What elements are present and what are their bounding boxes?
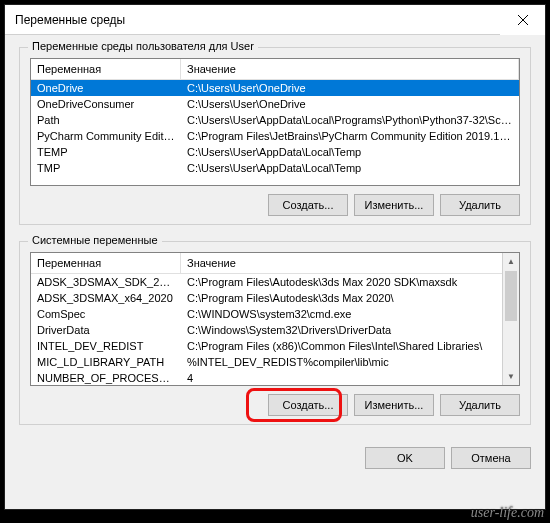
col-value[interactable]: Значение <box>181 59 519 79</box>
var-value: 4 <box>181 370 519 386</box>
close-icon <box>518 15 528 25</box>
user-buttons: Создать... Изменить... Удалить <box>30 194 520 216</box>
table-row[interactable]: DriverDataC:\Windows\System32\Drivers\Dr… <box>31 322 519 338</box>
scroll-up-icon[interactable]: ▲ <box>503 253 519 270</box>
table-row[interactable]: NUMBER_OF_PROCESSORS4 <box>31 370 519 386</box>
var-value: C:\Program Files\Autodesk\3ds Max 2020 S… <box>181 274 519 290</box>
var-value: C:\Users\User\OneDrive <box>181 80 519 96</box>
var-name: TEMP <box>31 144 181 160</box>
var-name: NUMBER_OF_PROCESSORS <box>31 370 181 386</box>
var-value: C:\Users\User\OneDrive <box>181 96 519 112</box>
var-name: ADSK_3DSMAX_SDK_2020 <box>31 274 181 290</box>
table-row[interactable]: ADSK_3DSMAX_x64_2020C:\Program Files\Aut… <box>31 290 519 306</box>
system-group-label: Системные переменные <box>28 234 162 246</box>
table-row[interactable]: PyCharm Community EditionC:\Program File… <box>31 128 519 144</box>
table-row[interactable]: ComSpecC:\WINDOWS\system32\cmd.exe <box>31 306 519 322</box>
system-delete-button[interactable]: Удалить <box>440 394 520 416</box>
col-variable[interactable]: Переменная <box>31 59 181 79</box>
var-name: INTEL_DEV_REDIST <box>31 338 181 354</box>
table-row[interactable]: ADSK_3DSMAX_SDK_2020C:\Program Files\Aut… <box>31 274 519 290</box>
cancel-button[interactable]: Отмена <box>451 447 531 469</box>
var-name: ADSK_3DSMAX_x64_2020 <box>31 290 181 306</box>
user-vars-list[interactable]: Переменная Значение OneDriveC:\Users\Use… <box>30 58 520 186</box>
system-vars-list[interactable]: Переменная Значение ADSK_3DSMAX_SDK_2020… <box>30 252 520 386</box>
client-area: Переменные среды пользователя для User П… <box>5 35 545 509</box>
system-buttons: Создать... Изменить... Удалить <box>30 394 520 416</box>
user-edit-button[interactable]: Изменить... <box>354 194 434 216</box>
table-row[interactable]: TMPC:\Users\User\AppData\Local\Temp <box>31 160 519 176</box>
table-row[interactable]: OneDriveConsumerC:\Users\User\OneDrive <box>31 96 519 112</box>
var-value: %INTEL_DEV_REDIST%compiler\lib\mic <box>181 354 519 370</box>
table-row[interactable]: TEMPC:\Users\User\AppData\Local\Temp <box>31 144 519 160</box>
list-header: Переменная Значение <box>31 59 519 80</box>
titlebar: Переменные среды <box>5 5 545 35</box>
user-vars-group: Переменные среды пользователя для User П… <box>19 47 531 225</box>
var-value: C:\Users\User\AppData\Local\Programs\Pyt… <box>181 112 519 128</box>
col-value[interactable]: Значение <box>181 253 519 273</box>
system-vars-group: Системные переменные Переменная Значение… <box>19 241 531 425</box>
table-row[interactable]: OneDriveC:\Users\User\OneDrive <box>31 80 519 96</box>
list-header: Переменная Значение <box>31 253 519 274</box>
var-name: OneDrive <box>31 80 181 96</box>
var-value: C:\Program Files (x86)\Common Files\Inte… <box>181 338 519 354</box>
var-name: TMP <box>31 160 181 176</box>
table-row[interactable]: MIC_LD_LIBRARY_PATH%INTEL_DEV_REDIST%com… <box>31 354 519 370</box>
user-group-label: Переменные среды пользователя для User <box>28 40 258 52</box>
user-delete-button[interactable]: Удалить <box>440 194 520 216</box>
var-name: ComSpec <box>31 306 181 322</box>
dialog-footer: OK Отмена <box>19 441 531 469</box>
watermark: user-life.com <box>471 505 544 521</box>
var-value: C:\Windows\System32\Drivers\DriverData <box>181 322 519 338</box>
close-button[interactable] <box>500 5 545 35</box>
dialog-window: Переменные среды Переменные среды пользо… <box>4 4 546 510</box>
var-value: C:\Users\User\AppData\Local\Temp <box>181 160 519 176</box>
table-row[interactable]: INTEL_DEV_REDISTC:\Program Files (x86)\C… <box>31 338 519 354</box>
var-value: C:\WINDOWS\system32\cmd.exe <box>181 306 519 322</box>
var-name: Path <box>31 112 181 128</box>
scrollbar[interactable]: ▲ ▼ <box>502 253 519 385</box>
scroll-down-icon[interactable]: ▼ <box>503 368 519 385</box>
user-new-button[interactable]: Создать... <box>268 194 348 216</box>
var-name: PyCharm Community Edition <box>31 128 181 144</box>
var-name: DriverData <box>31 322 181 338</box>
table-row[interactable]: PathC:\Users\User\AppData\Local\Programs… <box>31 112 519 128</box>
system-edit-button[interactable]: Изменить... <box>354 394 434 416</box>
scroll-thumb[interactable] <box>505 271 517 321</box>
var-value: C:\Users\User\AppData\Local\Temp <box>181 144 519 160</box>
window-title: Переменные среды <box>15 13 125 27</box>
ok-button[interactable]: OK <box>365 447 445 469</box>
var-value: C:\Program Files\Autodesk\3ds Max 2020\ <box>181 290 519 306</box>
var-value: C:\Program Files\JetBrains\PyCharm Commu… <box>181 128 519 144</box>
system-new-button[interactable]: Создать... <box>268 394 348 416</box>
col-variable[interactable]: Переменная <box>31 253 181 273</box>
var-name: MIC_LD_LIBRARY_PATH <box>31 354 181 370</box>
var-name: OneDriveConsumer <box>31 96 181 112</box>
